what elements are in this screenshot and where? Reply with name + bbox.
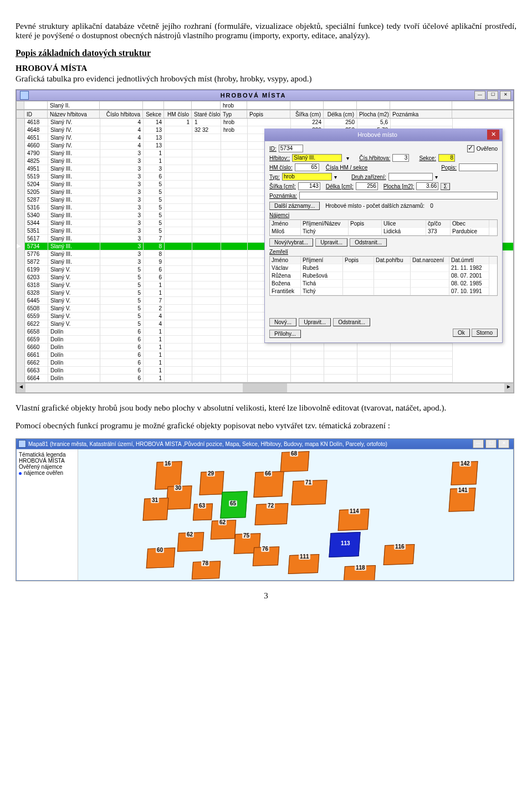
zemreli-row[interactable]: RůženaRubešová08. 07. 2001 bbox=[270, 272, 497, 280]
ok-button[interactable]: Ok bbox=[453, 329, 470, 337]
row-selector[interactable] bbox=[17, 328, 25, 336]
hdr-id[interactable]: ID bbox=[24, 110, 48, 118]
scroll-right-icon[interactable]: ► bbox=[504, 383, 513, 392]
sigma-button[interactable]: Σ bbox=[441, 183, 449, 190]
row-selector[interactable] bbox=[17, 367, 25, 375]
filter-hm[interactable] bbox=[164, 101, 192, 109]
filter-ch[interactable] bbox=[100, 101, 143, 109]
row-selector[interactable] bbox=[17, 289, 25, 297]
dialog-titlebar[interactable]: Hrobové místo ✕ bbox=[264, 129, 503, 141]
odstranit-button[interactable]: Odstranit... bbox=[350, 238, 387, 247]
table-row[interactable]: 6661Dolín61 bbox=[17, 351, 513, 359]
upravit-button[interactable]: Upravit... bbox=[315, 238, 347, 247]
table-row[interactable]: 4618Slaný IV.41411hrob2242505,6 bbox=[17, 119, 513, 126]
row-selector[interactable]: ▶ bbox=[17, 243, 25, 250]
hdr-popis[interactable]: Popis bbox=[247, 110, 290, 118]
row-selector[interactable] bbox=[17, 227, 25, 235]
hdr-sek[interactable]: Sekce bbox=[143, 110, 164, 118]
dalsi-zaznamy-button[interactable]: Další záznamy... bbox=[269, 202, 320, 210]
row-selector[interactable] bbox=[17, 134, 25, 142]
row-selector[interactable] bbox=[17, 266, 25, 274]
table-row[interactable]: 6664Dolín61 bbox=[17, 375, 513, 382]
window-titlebar[interactable]: HROBOVÁ MÍSTA — ☐ ✕ bbox=[16, 90, 514, 101]
row-selector[interactable] bbox=[17, 274, 25, 281]
overeno-checkbox[interactable] bbox=[467, 145, 474, 152]
hdr-ch[interactable]: Číslo hřbitova bbox=[100, 110, 143, 118]
filter-sek[interactable] bbox=[143, 101, 164, 109]
zemreli-row[interactable]: FrantišekTichý07. 10. 1991 bbox=[270, 288, 497, 295]
row-selector[interactable] bbox=[17, 235, 25, 243]
row-selector[interactable] bbox=[17, 313, 25, 320]
map-maximize-button[interactable]: ☐ bbox=[485, 439, 497, 448]
scroll-thumb[interactable] bbox=[243, 383, 287, 392]
filter-pozn[interactable] bbox=[390, 101, 452, 109]
typ-field[interactable]: hrob bbox=[282, 173, 332, 181]
dialog-close-button[interactable]: ✕ bbox=[487, 130, 499, 140]
hdr-hm[interactable]: HM číslo bbox=[164, 110, 192, 118]
map-close-button[interactable]: ✕ bbox=[498, 439, 509, 448]
hdr-delka[interactable]: Délka (cm) bbox=[324, 110, 357, 118]
hmcislo-field[interactable]: 65 bbox=[295, 163, 319, 171]
table-row[interactable]: 6663Dolín61 bbox=[17, 367, 513, 375]
row-selector[interactable] bbox=[17, 165, 25, 173]
hdr-name[interactable]: Název hřbitova bbox=[48, 110, 100, 118]
filter-id[interactable] bbox=[24, 101, 48, 109]
zemreli-table[interactable]: Jméno Příjmení Popis Dat.pohřbu Dat.naro… bbox=[269, 256, 498, 296]
row-selector[interactable] bbox=[17, 150, 25, 157]
hdr-sirka[interactable]: Šířka (cm) bbox=[290, 110, 324, 118]
storno-button[interactable]: Storno bbox=[472, 329, 498, 337]
filter-plocha[interactable] bbox=[357, 101, 390, 109]
row-selector[interactable] bbox=[17, 258, 25, 266]
delka-field[interactable]: 256 bbox=[356, 182, 378, 190]
filter-name[interactable]: Slaný II. bbox=[48, 101, 100, 109]
novy-vybrat-button[interactable]: Nový/vybrat... bbox=[269, 238, 313, 247]
dropdown-icon[interactable]: ▾ bbox=[346, 155, 349, 161]
lbl-cislahm[interactable]: Čísla HM / sekce bbox=[326, 165, 368, 171]
map-titlebar[interactable]: Mapa81 (hranice města, Katastrální území… bbox=[16, 439, 514, 449]
row-selector[interactable] bbox=[17, 204, 25, 212]
druh-dropdown-icon[interactable]: ▾ bbox=[435, 174, 438, 180]
hrbitov-field[interactable]: Slaný III. bbox=[292, 154, 342, 162]
filter-sirka[interactable] bbox=[290, 101, 324, 109]
close-button[interactable]: ✕ bbox=[500, 91, 511, 100]
row-selector[interactable] bbox=[17, 250, 25, 258]
hdr-pozn[interactable]: Poznámka bbox=[390, 110, 452, 118]
row-selector[interactable] bbox=[17, 281, 25, 289]
row-selector[interactable] bbox=[17, 157, 25, 165]
row-selector[interactable] bbox=[17, 173, 25, 181]
novy-button[interactable]: Nový... bbox=[269, 318, 296, 326]
filter-delka[interactable] bbox=[324, 101, 357, 109]
hdr-stare[interactable]: Staré číslo bbox=[192, 110, 221, 118]
row-selector[interactable] bbox=[17, 219, 25, 227]
map-minimize-button[interactable]: — bbox=[473, 439, 484, 448]
row-selector[interactable] bbox=[17, 142, 25, 150]
row-selector[interactable] bbox=[17, 188, 25, 196]
row-selector[interactable] bbox=[17, 181, 25, 188]
filter-stare[interactable] bbox=[192, 101, 221, 109]
upravit2-button[interactable]: Upravit... bbox=[299, 318, 331, 326]
map-canvas[interactable]: 1629303163656668717262626075767811111311… bbox=[78, 449, 513, 580]
row-selector[interactable] bbox=[17, 336, 25, 344]
pozn-field[interactable] bbox=[299, 192, 498, 199]
odstranit2-button[interactable]: Odstranit... bbox=[333, 318, 370, 326]
row-selector[interactable] bbox=[17, 320, 25, 328]
table-row[interactable]: 6662Dolín61 bbox=[17, 359, 513, 367]
row-selector[interactable] bbox=[17, 351, 25, 359]
horizontal-scrollbar[interactable]: ◄ ► bbox=[16, 383, 514, 393]
typ-dropdown-icon[interactable]: ▾ bbox=[334, 174, 337, 180]
popis-field[interactable] bbox=[459, 163, 498, 171]
row-selector[interactable] bbox=[17, 305, 25, 313]
zemreli-row[interactable]: VáclavRubeš21. 11. 1982 bbox=[270, 264, 497, 272]
maximize-button[interactable]: ☐ bbox=[487, 91, 498, 100]
scroll-left-icon[interactable]: ◄ bbox=[17, 383, 25, 392]
table-row[interactable]: 6660Dolín61 bbox=[17, 344, 513, 351]
hdr-typ[interactable]: Typ bbox=[221, 110, 247, 118]
najemci-table[interactable]: Jméno Příjmení/Název Popis Ulice čp/čo O… bbox=[269, 219, 498, 236]
sekce-field[interactable]: 8 bbox=[438, 154, 455, 162]
row-selector[interactable] bbox=[17, 359, 25, 367]
id-field[interactable]: 5734 bbox=[279, 145, 303, 152]
row-selector[interactable] bbox=[17, 196, 25, 204]
prilohy-button[interactable]: Přílohy... bbox=[269, 330, 301, 338]
minimize-button[interactable]: — bbox=[474, 91, 485, 100]
row-selector[interactable] bbox=[17, 297, 25, 305]
